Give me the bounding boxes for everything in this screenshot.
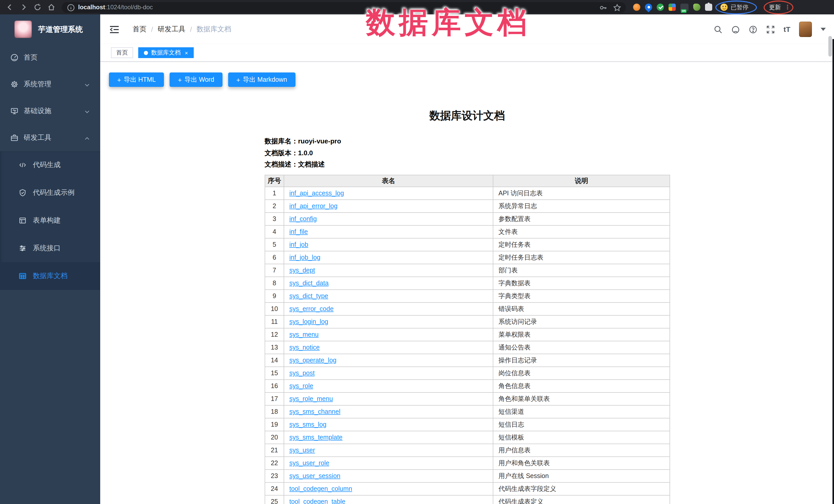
table-link[interactable]: sys_dict_type xyxy=(289,292,328,300)
row-num: 8 xyxy=(265,277,284,290)
table-link[interactable]: inf_job_log xyxy=(289,254,321,261)
sliders-icon xyxy=(19,244,27,253)
extensions-puzzle-icon[interactable] xyxy=(705,4,712,11)
extension-orange-icon[interactable] xyxy=(633,4,640,11)
close-tag-icon[interactable]: × xyxy=(185,50,188,56)
fullscreen-icon[interactable] xyxy=(766,25,775,34)
button-label: 导出 Markdown xyxy=(243,75,287,84)
table-link[interactable]: sys_user xyxy=(289,447,315,454)
meta-db-name: 数据库名：ruoyi-vue-pro xyxy=(265,137,670,146)
forward-icon[interactable] xyxy=(20,3,28,11)
search-icon[interactable] xyxy=(714,25,723,34)
table-link[interactable]: sys_menu xyxy=(289,331,319,338)
main-content: + 导出 HTML + 导出 Word + 导出 Markdown 数据库设计文… xyxy=(100,62,834,504)
sidebar-item-system[interactable]: 系统管理 xyxy=(0,71,100,98)
back-icon[interactable] xyxy=(6,3,14,11)
app-logo-row[interactable]: 芋道管理系统 xyxy=(0,15,100,44)
sidebar-submenu-devtools: 代码生成 代码生成示例 表单构建 系统接口 xyxy=(0,151,100,290)
sidebar-item-codegen[interactable]: 代码生成 xyxy=(0,151,100,179)
row-num: 18 xyxy=(265,405,284,418)
browser-menu-icon[interactable]: ⋮ xyxy=(784,6,788,8)
font-size-icon[interactable]: tT xyxy=(784,25,790,34)
monitor-icon xyxy=(10,107,19,115)
tag-home[interactable]: 首页 xyxy=(111,47,133,58)
table-link[interactable]: sys_role_menu xyxy=(289,395,333,402)
plus-icon: + xyxy=(178,76,182,84)
row-desc: 部门表 xyxy=(493,264,670,277)
export-html-button[interactable]: + 导出 HTML xyxy=(109,72,164,87)
row-num: 19 xyxy=(265,418,284,431)
sidebar-item-infra[interactable]: 基础设施 xyxy=(0,98,100,125)
table-link[interactable]: tool_codegen_column xyxy=(289,485,352,492)
site-info-icon[interactable] xyxy=(67,4,74,11)
tag-db-doc[interactable]: 数据库文档 × xyxy=(138,47,194,58)
extension-switch-icon[interactable]: on xyxy=(680,3,688,11)
export-markdown-button[interactable]: + 导出 Markdown xyxy=(228,72,295,87)
breadcrumb-devtools[interactable]: 研发工具 xyxy=(158,25,185,34)
row-desc: 文件表 xyxy=(493,225,670,238)
table-link[interactable]: sys_error_code xyxy=(289,305,333,312)
reload-icon[interactable] xyxy=(34,3,42,11)
sidebar-item-devtools[interactable]: 研发工具 xyxy=(0,125,100,151)
table-link[interactable]: sys_login_log xyxy=(289,318,328,325)
bookmark-star-icon[interactable] xyxy=(613,3,621,11)
row-num: 4 xyxy=(265,225,284,238)
table-link[interactable]: sys_operate_log xyxy=(289,357,336,364)
scrollbar-thumb[interactable] xyxy=(828,36,832,57)
table-link[interactable]: inf_file xyxy=(289,228,308,236)
extension-paused-badge[interactable]: 已暂停 xyxy=(718,2,753,12)
table-row: 4 inf_file 文件表 xyxy=(265,225,670,238)
table-row: 3 inf_config 参数配置表 xyxy=(265,213,670,225)
sidebar-item-label: 数据库文档 xyxy=(33,271,68,281)
row-num: 23 xyxy=(265,469,284,482)
user-avatar[interactable] xyxy=(799,22,812,37)
row-desc: 用户信息表 xyxy=(493,444,670,457)
table-row: 2 inf_api_error_log 系统异常日志 xyxy=(265,200,670,213)
table-link[interactable]: sys_dict_data xyxy=(289,280,329,287)
table-link[interactable]: sys_sms_channel xyxy=(289,408,341,415)
app-logo xyxy=(15,21,32,38)
table-link[interactable]: sys_user_session xyxy=(289,473,341,480)
github-icon[interactable] xyxy=(731,25,740,34)
browser-update-button[interactable]: 更新 ⋮ xyxy=(766,2,791,12)
home-icon[interactable] xyxy=(47,3,56,11)
sidebar-item-home[interactable]: 首页 xyxy=(0,44,100,71)
extension-leaf-icon[interactable] xyxy=(693,4,700,11)
table-link[interactable]: sys_notice xyxy=(289,344,320,351)
row-desc: 短信日志 xyxy=(493,418,670,431)
table-link[interactable]: sys_sms_template xyxy=(289,434,343,441)
sidebar-item-system-api[interactable]: 系统接口 xyxy=(0,234,100,262)
breadcrumb-home[interactable]: 首页 xyxy=(133,25,147,34)
table-link[interactable]: sys_role xyxy=(289,382,313,390)
password-key-icon[interactable] xyxy=(599,3,607,11)
sidebar-item-codegen-demo[interactable]: 代码生成示例 xyxy=(0,179,100,206)
url-bar[interactable]: localhost:1024/tool/db-doc xyxy=(62,2,626,13)
table-link[interactable]: inf_config xyxy=(289,215,317,223)
table-row: 25 tool_codegen_table 代码生成表定义 xyxy=(265,495,670,504)
breadcrumb-separator: / xyxy=(190,25,192,33)
table-row: 22 sys_user_role 用户和角色关联表 xyxy=(265,457,670,469)
table-link[interactable]: tool_codegen_table xyxy=(289,498,345,504)
table-link[interactable]: sys_dept xyxy=(289,267,315,274)
sidebar-item-db-doc[interactable]: 数据库文档 xyxy=(0,262,100,290)
table-row: 21 sys_user 用户信息表 xyxy=(265,444,670,457)
table-link[interactable]: sys_sms_log xyxy=(289,421,327,428)
extension-check-icon[interactable] xyxy=(657,4,664,11)
plus-icon: + xyxy=(236,76,240,84)
help-icon[interactable] xyxy=(749,25,758,34)
url-path: :1024/tool/db-doc xyxy=(105,4,153,11)
collapse-menu-icon[interactable] xyxy=(109,25,119,34)
export-word-button[interactable]: + 导出 Word xyxy=(170,72,222,87)
user-menu-caret-icon[interactable] xyxy=(821,28,826,31)
table-link[interactable]: inf_job xyxy=(289,241,308,248)
table-link[interactable]: sys_user_role xyxy=(289,460,329,467)
extension-grid-icon[interactable] xyxy=(668,4,676,11)
table-link[interactable]: sys_post xyxy=(289,370,315,377)
table-row: 10 sys_error_code 错误码表 xyxy=(265,303,670,315)
table-link[interactable]: inf_api_access_log xyxy=(289,190,344,197)
table-row: 13 sys_notice 通知公告表 xyxy=(265,341,670,354)
extension-pin-icon[interactable] xyxy=(643,2,654,12)
table-link[interactable]: inf_api_error_log xyxy=(289,202,337,210)
chevron-down-icon xyxy=(84,108,90,114)
sidebar-item-form-builder[interactable]: 表单构建 xyxy=(0,206,100,234)
